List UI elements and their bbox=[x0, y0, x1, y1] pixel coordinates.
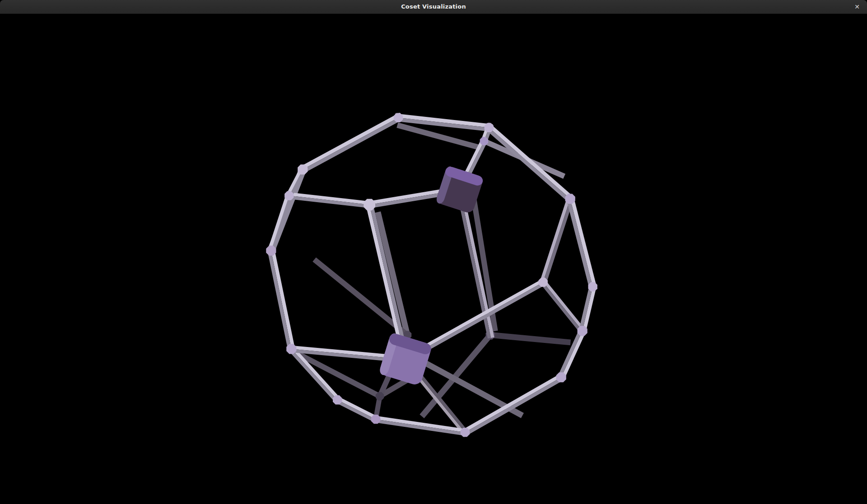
polytope-vertex-bevel bbox=[578, 326, 587, 336]
polytope-vertex-bevel bbox=[371, 415, 380, 424]
polytope-vertex-bevel bbox=[480, 137, 488, 145]
polytope-vertex-bevel bbox=[298, 165, 308, 175]
close-icon: ✕ bbox=[854, 3, 860, 10]
polytope-vertex-bevel bbox=[565, 194, 575, 204]
window-titlebar[interactable]: Coset Visualization ✕ bbox=[0, 0, 867, 14]
close-button[interactable]: ✕ bbox=[852, 1, 862, 12]
polytope-vertex-bevel bbox=[485, 123, 494, 132]
app-window: Coset Visualization ✕ bbox=[0, 0, 867, 504]
polytope-vertex-bevel bbox=[394, 113, 403, 122]
polytope-vertex-bevel bbox=[333, 395, 342, 404]
window-title: Coset Visualization bbox=[0, 0, 867, 14]
polytope-vertex-bevel bbox=[461, 428, 470, 437]
polytope-vertex-bevel bbox=[266, 245, 276, 255]
coset-viewport[interactable] bbox=[0, 14, 867, 504]
polytope-vertex-bevel bbox=[539, 277, 548, 287]
polytope-vertex-bevel bbox=[588, 282, 597, 291]
polytope-vertex-back bbox=[376, 392, 384, 400]
polytope-vertex-bevel bbox=[284, 191, 294, 200]
polytope-vertex-bevel bbox=[364, 199, 375, 211]
polytope-vertex-bevel bbox=[286, 344, 296, 354]
polytope-vertex-bevel bbox=[556, 372, 566, 382]
